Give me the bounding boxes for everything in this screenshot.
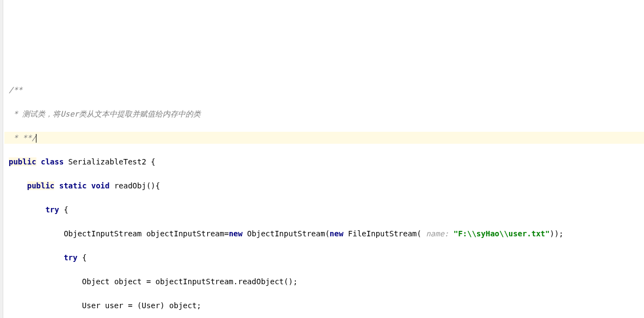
keyword-new: new (330, 229, 343, 238)
keyword-public: public (9, 157, 36, 166)
variable: object (114, 277, 142, 286)
keyword-try: try (45, 205, 59, 214)
string-literal: "F:\\syHao\\user.txt" (454, 229, 550, 238)
code-editor[interactable]: /** * 测试类，将User类从文本中提取并赋值给内存中的类 * **/ pu… (9, 72, 640, 318)
type: User (141, 301, 160, 310)
type: User (82, 301, 101, 310)
variable: objectInputStream (156, 277, 233, 286)
keyword-public: public (27, 181, 55, 190)
comment-body: * 测试类，将User类从文本中提取并赋值给内存中的类 (9, 109, 201, 118)
comment-end: * **/ (9, 133, 36, 142)
keyword-static: static (59, 181, 87, 190)
type: ObjectInputStream (247, 229, 325, 238)
keyword-void: void (91, 181, 110, 190)
variable: objectInputStream (146, 229, 224, 238)
keyword-new: new (229, 229, 243, 238)
method-name: readObj (114, 181, 146, 190)
text-cursor (36, 134, 36, 143)
comment-start: /** (9, 85, 22, 94)
variable: user (105, 301, 123, 310)
keyword-try: try (64, 253, 77, 262)
type: Object (82, 277, 110, 286)
type: ObjectInputStream (64, 229, 141, 238)
variable: object (169, 301, 197, 310)
method-call: readObject (238, 277, 283, 286)
type: FileInputStream (348, 229, 417, 238)
editor-gutter (0, 0, 3, 318)
keyword-class: class (41, 157, 64, 166)
param-hint: name: (426, 229, 449, 238)
class-name: SerializableTest2 (69, 157, 146, 166)
